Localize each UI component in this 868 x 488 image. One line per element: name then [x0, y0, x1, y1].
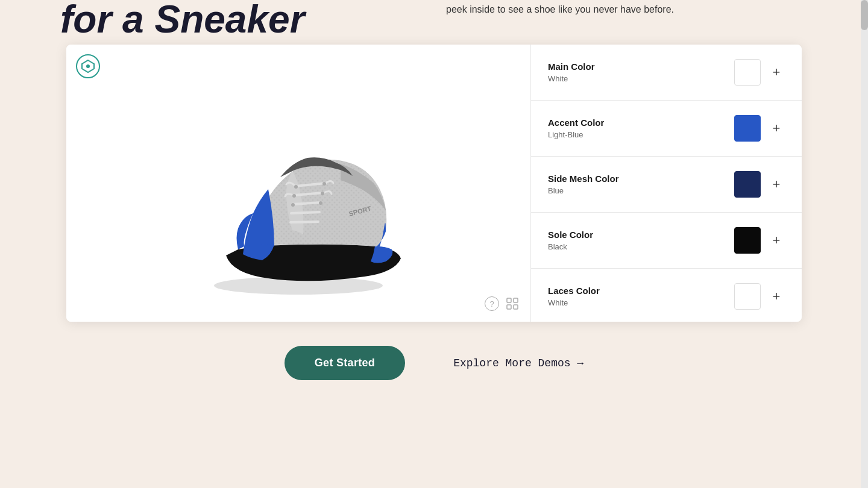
svg-point-9 — [294, 185, 298, 189]
description-area: peek inside to see a shoe like you never… — [422, 0, 808, 17]
color-option-label-sole-color: Sole Color — [548, 230, 734, 240]
color-option-right-laces-color: + — [734, 283, 785, 310]
svg-line-7 — [291, 222, 318, 222]
svg-point-10 — [322, 182, 326, 186]
top-section: for a Sneaker peek inside to see a shoe … — [0, 0, 868, 39]
shoe-image-area: SPORT — [172, 69, 425, 298]
plus-button-accent-color[interactable]: + — [768, 120, 785, 137]
color-option-value-side-mesh-color: Blue — [548, 186, 734, 195]
color-option-label-side-mesh-color: Side Mesh Color — [548, 174, 734, 184]
plus-button-main-color[interactable]: + — [768, 64, 785, 81]
color-option-right-side-mesh-color: + — [734, 171, 785, 198]
svg-line-6 — [291, 212, 319, 213]
page-scrollbar[interactable] — [861, 0, 868, 488]
color-option-right-sole-color: + — [734, 227, 785, 254]
color-option-info-accent-color: Accent Color Light-Blue — [548, 117, 734, 139]
svg-rect-20 — [514, 305, 518, 309]
color-option-right-main-color: + — [734, 59, 785, 86]
color-option-label-laces-color: Laces Color — [548, 286, 734, 296]
color-option-side-mesh-color[interactable]: Side Mesh Color Blue + — [531, 157, 802, 213]
color-swatch-main-color — [734, 59, 761, 86]
color-swatch-side-mesh-color — [734, 171, 761, 198]
color-option-laces-color[interactable]: Laces Color White + — [531, 269, 802, 322]
color-option-value-sole-color: Black — [548, 242, 734, 251]
heading-area: for a Sneaker — [60, 0, 422, 39]
color-option-info-side-mesh-color: Side Mesh Color Blue — [548, 174, 734, 195]
color-option-info-laces-color: Laces Color White — [548, 286, 734, 307]
get-started-button[interactable]: Get Started — [285, 346, 405, 380]
color-option-info-sole-color: Sole Color Black — [548, 230, 734, 251]
page-heading: for a Sneaker — [60, 0, 422, 39]
expand-icon[interactable] — [504, 295, 521, 312]
svg-point-12 — [321, 192, 324, 195]
color-swatch-accent-color — [734, 115, 761, 142]
svg-rect-17 — [507, 298, 511, 302]
help-icon[interactable]: ? — [485, 296, 499, 311]
svg-point-1 — [86, 64, 90, 68]
shoe-svg: SPORT — [172, 69, 425, 298]
viewer-controls: ? — [485, 295, 521, 312]
color-option-right-accent-color: + — [734, 115, 785, 142]
logo-icon — [81, 59, 95, 74]
color-option-value-laces-color: White — [548, 298, 734, 307]
svg-rect-19 — [507, 305, 511, 309]
svg-rect-18 — [514, 298, 518, 302]
explore-demos-link[interactable]: Explore More Demos → — [453, 357, 583, 369]
viewer-panel: SPORT — [66, 45, 530, 322]
options-panel[interactable]: Main Color White + Accent Color Light-Bl… — [530, 45, 802, 322]
color-option-value-accent-color: Light-Blue — [548, 130, 734, 139]
color-swatch-laces-color — [734, 283, 761, 310]
bottom-section: Get Started Explore More Demos → — [285, 346, 583, 380]
plus-button-side-mesh-color[interactable]: + — [768, 176, 785, 193]
color-option-label-accent-color: Accent Color — [548, 117, 734, 128]
svg-point-14 — [319, 201, 322, 205]
configurator-container: SPORT — [66, 45, 802, 322]
page-scrollbar-thumb — [861, 0, 868, 30]
color-option-main-color[interactable]: Main Color White + — [531, 45, 802, 101]
svg-point-11 — [292, 194, 296, 198]
color-option-accent-color[interactable]: Accent Color Light-Blue + — [531, 101, 802, 157]
svg-point-13 — [291, 203, 295, 207]
page-description: peek inside to see a shoe like you never… — [446, 2, 687, 17]
plus-button-sole-color[interactable]: + — [768, 232, 785, 249]
color-option-value-main-color: White — [548, 74, 734, 83]
color-option-label-main-color: Main Color — [548, 61, 734, 72]
plus-button-laces-color[interactable]: + — [768, 288, 785, 305]
color-option-sole-color[interactable]: Sole Color Black + — [531, 213, 802, 269]
page-wrapper: for a Sneaker peek inside to see a shoe … — [0, 0, 868, 488]
logo-badge — [76, 54, 100, 78]
color-option-info-main-color: Main Color White — [548, 61, 734, 83]
color-swatch-sole-color — [734, 227, 761, 254]
